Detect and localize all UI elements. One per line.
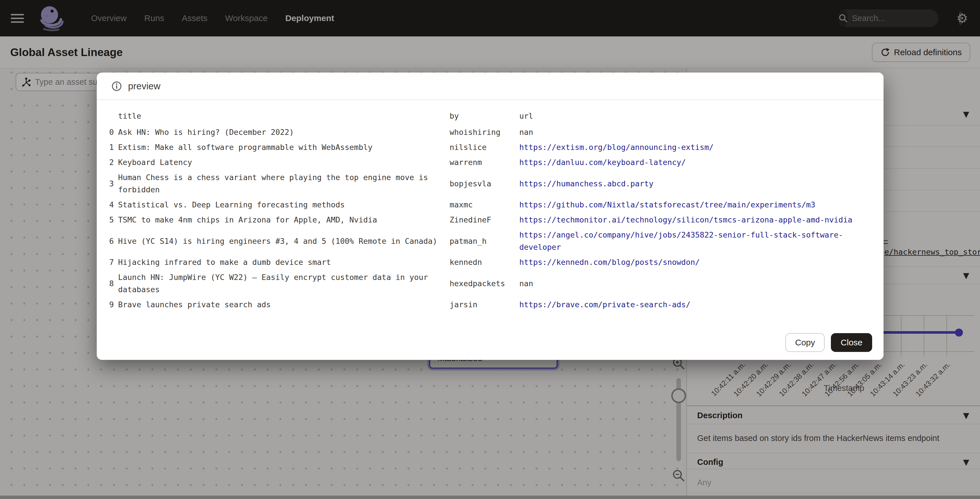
column-header-by: by <box>450 110 515 122</box>
preview-dialog: preview title by url 0Ask HN: Who is hir… <box>97 73 883 360</box>
story-url-link[interactable]: https://brave.com/private-search-ads/ <box>519 299 873 311</box>
table-row: 4Statistical vs. Deep Learning forecasti… <box>100 199 873 211</box>
table-row: 6Hive (YC S14) is hiring engineers #3, 4… <box>100 229 873 253</box>
dialog-title: preview <box>128 81 161 92</box>
table-row: 9Brave launches private search adsjarsin… <box>100 299 873 311</box>
story-url-link[interactable]: https://kennedn.com/blog/posts/snowdon/ <box>519 256 873 268</box>
table-row: 2Keyboard Latencywarrenmhttps://danluu.c… <box>100 156 873 168</box>
preview-table: title by url 0Ask HN: Who is hiring? (De… <box>97 100 883 313</box>
table-row: 8Launch HN: JumpWire (YC W22) – Easily e… <box>100 271 873 296</box>
close-button[interactable]: Close <box>831 333 872 352</box>
copy-button[interactable]: Copy <box>785 333 825 352</box>
table-row: 0Ask HN: Who is hiring? (December 2022)w… <box>100 126 873 138</box>
table-row: 1Extism: Make all software programmable … <box>100 141 873 153</box>
dialog-header: preview <box>97 73 883 100</box>
table-row: 7Hijacking infrared to make a dumb devic… <box>100 256 873 268</box>
story-url-link[interactable]: https://techmonitor.ai/technology/silico… <box>519 214 873 226</box>
story-url-link[interactable]: https://humanchess.abcd.party <box>519 178 873 190</box>
table-row: 3Human Chess is a chess variant where pl… <box>100 171 873 196</box>
dialog-footer: Copy Close <box>97 333 883 360</box>
dagster-app: Overview Runs Assets Workspace Deploymen… <box>0 0 980 499</box>
story-url-link[interactable]: https://danluu.com/keyboard-latency/ <box>519 156 873 168</box>
table-header-row: title by url <box>100 110 873 122</box>
column-header-url: url <box>519 110 873 122</box>
column-header-title: title <box>118 110 445 122</box>
table-row: 5TSMC to make 4nm chips in Arizona for A… <box>100 214 873 226</box>
story-url-link[interactable]: https://github.com/Nixtla/statsforecast/… <box>519 199 873 211</box>
info-icon <box>111 81 122 91</box>
story-url-link[interactable]: https://extism.org/blog/announcing-extis… <box>519 141 873 153</box>
story-url-link[interactable]: https://angel.co/company/hive/jobs/24358… <box>519 229 873 253</box>
